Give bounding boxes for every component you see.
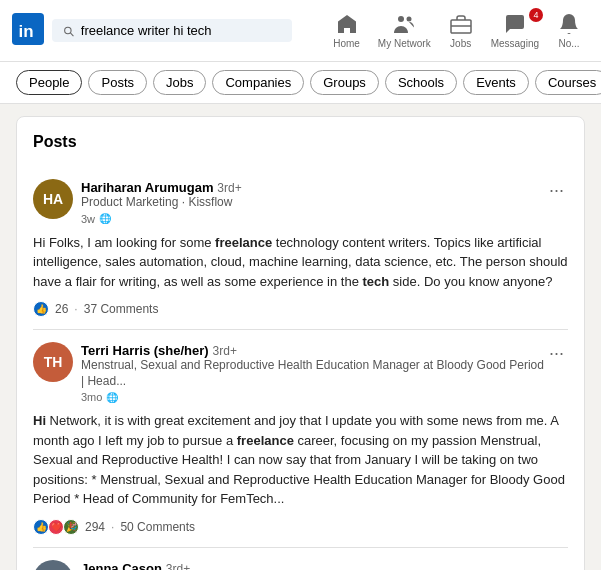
chip-courses[interactable]: Courses: [535, 70, 601, 95]
reaction-count: 294: [85, 520, 105, 534]
jobs-icon: [449, 12, 473, 36]
more-options-button[interactable]: ···: [545, 560, 568, 570]
nav-jobs[interactable]: Jobs: [441, 8, 481, 53]
author-degree: 3rd+: [217, 181, 241, 195]
post-actions: 👍 26 · 37 Comments: [33, 301, 568, 317]
nav-my-network[interactable]: My Network: [370, 8, 439, 53]
comments-link[interactable]: 50 Comments: [120, 520, 195, 534]
nav-home-label: Home: [333, 38, 360, 49]
avatar[interactable]: TH: [33, 342, 73, 382]
top-nav: in Home My Network: [0, 0, 601, 62]
nav-home[interactable]: Home: [325, 8, 368, 53]
like-reaction: 👍: [33, 301, 49, 317]
post-text: Hi Folks, I am looking for some freelanc…: [33, 233, 568, 292]
post-header: HA Hariharan Arumugam 3rd+ Product Marke…: [33, 179, 568, 225]
more-options-button[interactable]: ···: [545, 342, 568, 364]
author-title: Product Marketing · Kissflow: [81, 195, 242, 211]
nav-messaging-label: Messaging: [491, 38, 539, 49]
like-reaction: 👍: [33, 519, 49, 535]
post-text: Hi Network, it is with great excitement …: [33, 411, 568, 509]
reaction-icons: 👍 ❤️ 🎉: [33, 519, 79, 535]
author-degree: 3rd+: [166, 562, 190, 570]
main-content: Posts HA Hariharan Arumugam 3rd+ Product…: [0, 104, 601, 570]
nav-messaging[interactable]: 4 Messaging: [483, 8, 547, 53]
author-title: Menstrual, Sexual and Reproductive Healt…: [81, 358, 545, 389]
post-meta: 3w 🌐: [81, 213, 242, 225]
chip-companies[interactable]: Companies: [212, 70, 304, 95]
more-options-button[interactable]: ···: [545, 179, 568, 201]
heart-reaction: ❤️: [48, 519, 64, 535]
notifications-icon: [557, 12, 581, 36]
avatar[interactable]: HA: [33, 179, 73, 219]
svg-point-3: [407, 17, 412, 22]
post-header: TH Terri Harris (she/her) 3rd+ Menstrual…: [33, 342, 568, 403]
nav-icons: Home My Network Jobs 4 Mes: [325, 8, 589, 53]
post-item: JC Jenna Cason 3rd+ PR and Marketing Exp…: [33, 548, 568, 570]
chip-groups[interactable]: Groups: [310, 70, 379, 95]
posts-container: Posts HA Hariharan Arumugam 3rd+ Product…: [16, 116, 585, 570]
linkedin-logo[interactable]: in: [12, 13, 44, 48]
chip-posts[interactable]: Posts: [88, 70, 147, 95]
nav-network-label: My Network: [378, 38, 431, 49]
nav-notifications[interactable]: No...: [549, 8, 589, 53]
chip-schools[interactable]: Schools: [385, 70, 457, 95]
svg-text:in: in: [19, 22, 34, 41]
search-bar[interactable]: [52, 19, 292, 42]
network-icon: [392, 12, 416, 36]
globe-icon: 🌐: [99, 213, 111, 224]
avatar[interactable]: JC: [33, 560, 73, 570]
messaging-badge: 4: [529, 8, 543, 22]
post-meta: 3mo 🌐: [81, 391, 545, 403]
post-header: JC Jenna Cason 3rd+ PR and Marketing Exp…: [33, 560, 568, 570]
author-name[interactable]: Terri Harris (she/her): [81, 343, 209, 358]
author-name[interactable]: Jenna Cason: [81, 561, 162, 570]
author-name[interactable]: Hariharan Arumugam: [81, 180, 213, 195]
globe-icon: 🌐: [106, 392, 118, 403]
celebrate-reaction: 🎉: [63, 519, 79, 535]
home-icon: [335, 12, 359, 36]
filter-bar: People Posts Jobs Companies Groups Schoo…: [0, 62, 601, 104]
reaction-count: 26: [55, 302, 68, 316]
svg-point-2: [398, 16, 404, 22]
chip-people[interactable]: People: [16, 70, 82, 95]
chip-events[interactable]: Events: [463, 70, 529, 95]
search-icon: [62, 24, 75, 38]
nav-jobs-label: Jobs: [450, 38, 471, 49]
search-input[interactable]: [81, 23, 282, 38]
comments-link[interactable]: 37 Comments: [84, 302, 159, 316]
post-item: TH Terri Harris (she/her) 3rd+ Menstrual…: [33, 330, 568, 548]
author-degree: 3rd+: [213, 344, 237, 358]
messaging-icon: [503, 12, 527, 36]
post-actions: 👍 ❤️ 🎉 294 · 50 Comments: [33, 519, 568, 535]
post-item: HA Hariharan Arumugam 3rd+ Product Marke…: [33, 167, 568, 330]
posts-title: Posts: [33, 133, 568, 151]
reaction-icons: 👍: [33, 301, 49, 317]
nav-notif-label: No...: [558, 38, 579, 49]
chip-jobs[interactable]: Jobs: [153, 70, 206, 95]
